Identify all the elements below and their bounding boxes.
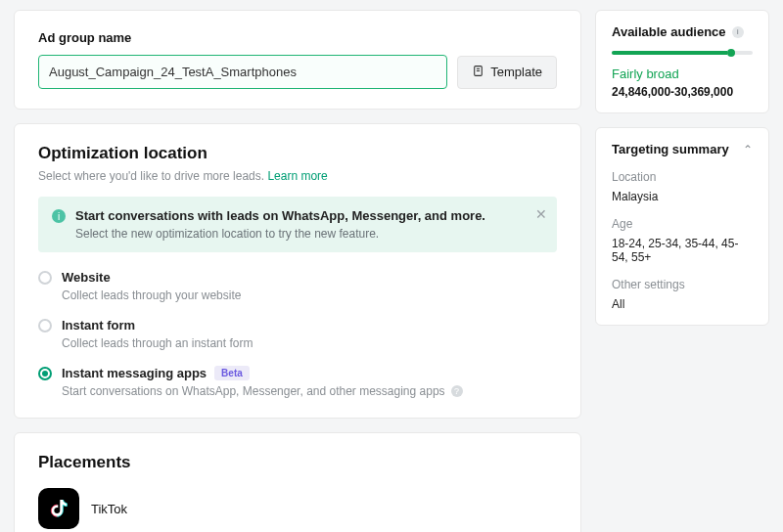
info-icon: i xyxy=(52,209,66,223)
notice-title: Start conversations with leads on WhatsA… xyxy=(75,208,485,223)
close-icon[interactable]: ✕ xyxy=(535,206,547,222)
radio-icon xyxy=(38,367,52,380)
audience-card: Available audience i Fairly broad 24,846… xyxy=(595,10,769,113)
optimization-card: Optimization location Select where you'd… xyxy=(14,123,581,419)
audience-gauge xyxy=(612,51,753,57)
placement-item-tiktok[interactable]: TikTok xyxy=(38,488,557,529)
info-icon[interactable]: i xyxy=(732,26,744,38)
tiktok-icon xyxy=(38,488,79,529)
notice-subtitle: Select the new optimization location to … xyxy=(75,227,485,241)
audience-count: 24,846,000-30,369,000 xyxy=(612,85,753,99)
template-icon xyxy=(472,65,484,80)
beta-badge: Beta xyxy=(214,366,250,380)
template-button[interactable]: Template xyxy=(457,56,557,89)
audience-status: Fairly broad xyxy=(612,66,753,81)
option-subtitle: Collect leads through an instant form xyxy=(62,336,253,350)
option-title: Instant form xyxy=(62,318,253,332)
ad-group-label: Ad group name xyxy=(38,30,557,45)
targeting-label: Location xyxy=(612,170,753,184)
ad-group-card: Ad group name Template xyxy=(14,10,581,110)
option-messaging-apps[interactable]: Instant messaging apps Beta Start conver… xyxy=(38,366,557,398)
optimization-title: Optimization location xyxy=(38,144,557,163)
targeting-value: All xyxy=(612,297,753,311)
audience-title: Available audience xyxy=(612,24,726,39)
placement-name: TikTok xyxy=(91,502,127,516)
targeting-title: Targeting summary xyxy=(612,142,729,156)
collapse-icon[interactable]: ⌃ xyxy=(743,143,753,156)
option-subtitle: Collect leads through your website xyxy=(62,288,241,302)
optimization-subtitle: Select where you'd like to drive more le… xyxy=(38,169,264,183)
option-title: Website xyxy=(62,270,241,285)
targeting-label: Age xyxy=(612,217,753,231)
option-subtitle: Start conversations on WhatsApp, Messeng… xyxy=(62,384,445,398)
targeting-card: Targeting summary ⌃ Location Malaysia Ag… xyxy=(595,127,769,326)
help-icon[interactable]: ? xyxy=(451,385,463,397)
placements-card: Placements TikTok xyxy=(14,432,581,532)
option-website[interactable]: Website Collect leads through your websi… xyxy=(38,270,557,302)
radio-icon xyxy=(38,319,52,332)
option-title: Instant messaging apps xyxy=(62,366,207,380)
option-instant-form[interactable]: Instant form Collect leads through an in… xyxy=(38,318,557,350)
learn-more-link[interactable]: Learn more xyxy=(267,169,327,183)
targeting-value: 18-24, 25-34, 35-44, 45-54, 55+ xyxy=(612,237,753,264)
feature-notice: i Start conversations with leads on What… xyxy=(38,197,557,252)
targeting-label: Other settings xyxy=(612,278,753,291)
targeting-value: Malaysia xyxy=(612,190,753,203)
ad-group-name-input[interactable] xyxy=(38,55,447,89)
radio-icon xyxy=(38,271,52,285)
placements-title: Placements xyxy=(38,453,557,472)
